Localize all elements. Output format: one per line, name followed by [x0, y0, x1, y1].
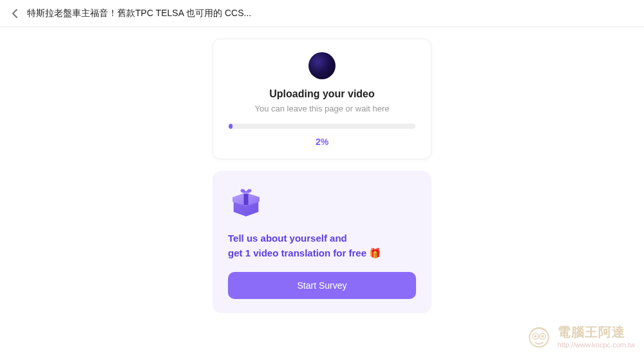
- back-button[interactable]: [12, 8, 18, 19]
- progress-bar: [229, 124, 415, 129]
- survey-text: Tell us about yourself and get 1 video t…: [228, 231, 416, 260]
- gift-icon-wrap: [228, 184, 416, 222]
- main-content: Uploading your video You can leave this …: [0, 27, 644, 313]
- survey-card: Tell us about yourself and get 1 video t…: [213, 171, 431, 313]
- gift-emoji-icon: 🎁: [369, 247, 381, 258]
- svg-point-4: [541, 335, 544, 338]
- upload-title: Uploading your video: [269, 88, 375, 100]
- upload-card: Uploading your video You can leave this …: [213, 39, 431, 159]
- watermark-mascot-icon: [524, 321, 554, 351]
- progress-fill: [229, 124, 232, 129]
- chevron-left-icon: [12, 8, 18, 19]
- watermark-text: 電腦王阿達 http://www.kocpc.com.tw: [558, 323, 635, 349]
- start-survey-button[interactable]: Start Survey: [228, 272, 416, 299]
- watermark-url: http://www.kocpc.com.tw: [558, 341, 635, 349]
- watermark: 電腦王阿達 http://www.kocpc.com.tw: [524, 321, 635, 351]
- header-bar: 特斯拉老盤車主福音！舊款TPC TELSA 也可用的 CCS...: [0, 0, 644, 27]
- upload-subtitle: You can leave this page or wait here: [254, 104, 389, 113]
- progress-percent: 2%: [316, 137, 328, 147]
- survey-line2: get 1 video translation for free: [228, 247, 366, 258]
- survey-line1: Tell us about yourself and: [228, 233, 347, 244]
- video-thumbnail: [308, 52, 336, 79]
- page-title: 特斯拉老盤車主福音！舊款TPC TELSA 也可用的 CCS...: [27, 8, 251, 19]
- gift-box-icon: [228, 184, 264, 220]
- svg-point-3: [534, 335, 536, 338]
- watermark-title: 電腦王阿達: [558, 323, 635, 341]
